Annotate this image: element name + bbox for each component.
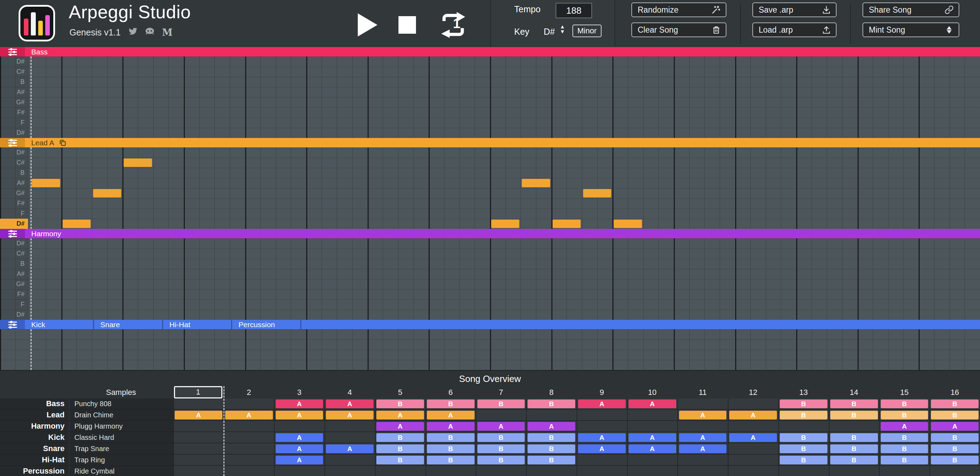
midi-note[interactable] bbox=[62, 219, 91, 228]
pattern-cell[interactable]: A bbox=[628, 444, 676, 453]
pattern-cell[interactable]: B bbox=[881, 444, 928, 453]
pattern-cell[interactable]: B bbox=[830, 411, 878, 420]
pattern-cell[interactable]: B bbox=[830, 399, 878, 408]
pattern-cell[interactable]: A bbox=[276, 456, 323, 465]
pattern-cell[interactable]: A bbox=[225, 411, 273, 420]
bar-number-15[interactable]: 15 bbox=[879, 386, 930, 398]
midi-note[interactable] bbox=[491, 219, 519, 228]
bar-number-16[interactable]: 16 bbox=[929, 386, 980, 398]
pattern-cell[interactable]: A bbox=[276, 444, 323, 453]
pattern-cell[interactable]: B bbox=[780, 411, 827, 420]
midi-note[interactable] bbox=[552, 219, 581, 228]
bar-number-11[interactable]: 11 bbox=[678, 386, 728, 398]
pattern-cell[interactable]: B bbox=[528, 433, 575, 442]
piano-roll-grid-lead-a[interactable]: D#C#BA#G#F#FD# bbox=[0, 147, 980, 229]
overview-sample-name[interactable]: Trap Snare bbox=[69, 443, 173, 454]
pattern-cell[interactable]: B bbox=[931, 444, 978, 453]
track-mixer-icon[interactable] bbox=[0, 229, 25, 238]
pattern-cell[interactable]: B bbox=[931, 399, 978, 408]
pattern-cell[interactable]: B bbox=[931, 411, 978, 420]
bar-number-9[interactable]: 9 bbox=[577, 386, 627, 398]
stop-button[interactable] bbox=[398, 16, 416, 34]
pattern-cell[interactable]: A bbox=[326, 411, 374, 420]
bar-number-12[interactable]: 12 bbox=[728, 386, 778, 398]
pattern-cell[interactable]: B bbox=[477, 456, 525, 465]
key-down-icon[interactable]: ▼ bbox=[560, 29, 565, 34]
overview-sample-name[interactable]: Plugg Harmony bbox=[69, 421, 173, 431]
pattern-cell[interactable]: B bbox=[780, 433, 827, 442]
pattern-cell[interactable]: B bbox=[427, 456, 474, 465]
pattern-cell[interactable]: A bbox=[528, 422, 575, 431]
piano-roll-grid-bass[interactable]: D#C#BA#G#F#FD# bbox=[0, 56, 980, 138]
pattern-cell[interactable]: A bbox=[679, 444, 727, 453]
overview-sample-name[interactable]: Ride Cymbal bbox=[69, 466, 173, 476]
bar-number-4[interactable]: 4 bbox=[325, 386, 375, 398]
bar-number-1[interactable]: 1 bbox=[174, 386, 223, 398]
drum-tab-snare[interactable]: Snare bbox=[94, 320, 163, 329]
scale-chip[interactable]: Minor bbox=[573, 25, 601, 37]
pattern-cell[interactable]: A bbox=[729, 411, 777, 420]
pattern-cell[interactable]: B bbox=[427, 444, 474, 453]
pattern-cell[interactable]: B bbox=[427, 399, 474, 408]
pattern-cell[interactable]: B bbox=[931, 456, 978, 465]
bar-number-2[interactable]: 2 bbox=[224, 386, 274, 398]
clear-song-button[interactable]: Clear Song bbox=[632, 22, 726, 37]
pattern-cell[interactable]: B bbox=[931, 433, 978, 442]
bar-number-10[interactable]: 10 bbox=[627, 386, 678, 398]
pattern-cell[interactable]: B bbox=[881, 399, 928, 408]
overview-sample-name[interactable]: Classic Hard bbox=[69, 432, 173, 442]
pattern-cell[interactable]: A bbox=[276, 399, 323, 408]
pattern-cell[interactable]: A bbox=[628, 433, 676, 442]
midi-note[interactable] bbox=[583, 189, 611, 198]
tempo-input[interactable] bbox=[555, 3, 592, 18]
overview-sample-name[interactable]: Punchy 808 bbox=[69, 398, 173, 409]
pattern-cell[interactable]: B bbox=[881, 433, 928, 442]
pattern-cell[interactable]: A bbox=[679, 411, 727, 420]
bar-number-14[interactable]: 14 bbox=[829, 386, 879, 398]
pattern-cell[interactable]: B bbox=[528, 456, 575, 465]
copy-pattern-icon[interactable] bbox=[59, 139, 67, 147]
pattern-cell[interactable]: B bbox=[830, 456, 878, 465]
pattern-cell[interactable]: A bbox=[578, 444, 626, 453]
pattern-cell[interactable]: A bbox=[578, 433, 626, 442]
pattern-cell[interactable]: B bbox=[376, 399, 424, 408]
pattern-cell[interactable]: A bbox=[628, 399, 676, 408]
bar-number-6[interactable]: 6 bbox=[425, 386, 476, 398]
randomize-button[interactable]: Randomize bbox=[632, 2, 726, 17]
medium-icon[interactable]: M bbox=[162, 27, 173, 38]
drum-tab-hihat[interactable]: Hi-Hat bbox=[163, 320, 232, 329]
pattern-cell[interactable]: A bbox=[376, 411, 424, 420]
pattern-cell[interactable]: A bbox=[276, 411, 323, 420]
pattern-cell[interactable]: B bbox=[376, 433, 424, 442]
pattern-cell[interactable]: B bbox=[528, 444, 575, 453]
pattern-cell[interactable]: A bbox=[679, 433, 727, 442]
pattern-cell[interactable]: B bbox=[780, 444, 827, 453]
midi-note[interactable] bbox=[32, 179, 60, 187]
track-mixer-icon[interactable] bbox=[0, 47, 25, 56]
mint-song-button[interactable]: Mint Song bbox=[862, 22, 959, 37]
pattern-cell[interactable]: A bbox=[376, 422, 424, 431]
bar-number-3[interactable]: 3 bbox=[274, 386, 325, 398]
pattern-cell[interactable]: A bbox=[427, 422, 474, 431]
play-button[interactable] bbox=[357, 13, 378, 37]
pattern-cell[interactable]: B bbox=[881, 456, 928, 465]
pattern-cell[interactable]: B bbox=[830, 444, 878, 453]
bar-number-7[interactable]: 7 bbox=[476, 386, 527, 398]
pattern-cell[interactable]: B bbox=[477, 444, 525, 453]
drum-tab-kick[interactable]: Kick bbox=[25, 320, 94, 329]
pattern-cell[interactable]: B bbox=[780, 399, 827, 408]
pattern-cell[interactable]: B bbox=[528, 399, 575, 408]
pattern-cell[interactable]: B bbox=[477, 399, 525, 408]
pattern-cell[interactable]: B bbox=[881, 411, 928, 420]
pattern-cell[interactable]: B bbox=[477, 433, 525, 442]
midi-note[interactable] bbox=[93, 189, 121, 198]
pattern-cell[interactable]: B bbox=[780, 456, 827, 465]
pattern-cell[interactable]: B bbox=[376, 456, 424, 465]
pattern-cell[interactable]: A bbox=[276, 433, 323, 442]
pattern-cell[interactable]: A bbox=[326, 399, 374, 408]
bar-number-13[interactable]: 13 bbox=[778, 386, 829, 398]
drum-tab-percussion[interactable]: Percussion bbox=[232, 320, 301, 329]
share-song-button[interactable]: Share Song bbox=[862, 2, 959, 17]
pattern-cell[interactable]: B bbox=[830, 433, 878, 442]
pattern-cell[interactable]: A bbox=[477, 422, 525, 431]
